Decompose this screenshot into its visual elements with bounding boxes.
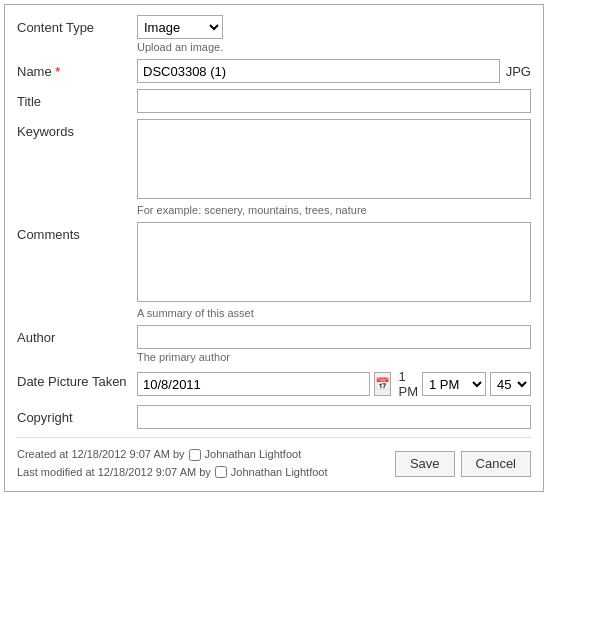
- date-label: Date Picture Taken: [17, 369, 137, 389]
- comments-label: Comments: [17, 222, 137, 242]
- keywords-textarea[interactable]: [137, 119, 531, 199]
- cancel-button[interactable]: Cancel: [461, 451, 531, 477]
- copyright-label: Copyright: [17, 405, 137, 425]
- name-input[interactable]: [137, 59, 500, 83]
- name-field: JPG: [137, 59, 531, 83]
- content-type-label: Content Type: [17, 15, 137, 35]
- title-label: Title: [17, 89, 137, 109]
- created-text: Created at 12/18/2012 9:07 AM by: [17, 446, 185, 464]
- copyright-row: Copyright: [17, 405, 531, 429]
- name-input-row: JPG: [137, 59, 531, 83]
- title-input[interactable]: [137, 89, 531, 113]
- comments-field: A summary of this asset: [137, 222, 531, 319]
- time-label: 1 PM: [399, 369, 419, 399]
- title-row: Title: [17, 89, 531, 113]
- keywords-hint: For example: scenery, mountains, trees, …: [137, 204, 531, 216]
- author-input[interactable]: [137, 325, 531, 349]
- hour-select[interactable]: 12 AM1 AM2 AM3 AM 4 AM5 AM6 AM7 AM 8 AM9…: [422, 372, 486, 396]
- modified-user: Johnathan Lightfoot: [231, 464, 328, 482]
- content-type-row: Content Type Image Video Document Upload…: [17, 15, 531, 53]
- copyright-field: [137, 405, 531, 429]
- calendar-icon: 📅: [375, 377, 390, 391]
- form-container: Content Type Image Video Document Upload…: [4, 4, 544, 492]
- author-field: The primary author: [137, 325, 531, 363]
- date-input-row: 📅 1 PM 12 AM1 AM2 AM3 AM 4 AM5 AM6 AM7 A…: [137, 369, 531, 399]
- name-label: Name *: [17, 59, 137, 79]
- required-indicator: *: [52, 64, 61, 79]
- created-user-checkbox[interactable]: [189, 449, 201, 461]
- author-label: Author: [17, 325, 137, 345]
- footer-meta: Created at 12/18/2012 9:07 AM by Johnath…: [17, 446, 395, 481]
- modified-user-checkbox[interactable]: [215, 466, 227, 478]
- created-line: Created at 12/18/2012 9:07 AM by Johnath…: [17, 446, 395, 464]
- comments-textarea[interactable]: [137, 222, 531, 302]
- content-type-select[interactable]: Image Video Document: [137, 15, 223, 39]
- footer-row: Created at 12/18/2012 9:07 AM by Johnath…: [17, 437, 531, 481]
- keywords-field: For example: scenery, mountains, trees, …: [137, 119, 531, 216]
- save-button[interactable]: Save: [395, 451, 455, 477]
- created-user: Johnathan Lightfoot: [205, 446, 302, 464]
- date-field: 📅 1 PM 12 AM1 AM2 AM3 AM 4 AM5 AM6 AM7 A…: [137, 369, 531, 399]
- date-input[interactable]: [137, 372, 370, 396]
- modified-line: Last modified at 12/18/2012 9:07 AM by J…: [17, 464, 395, 482]
- footer-buttons: Save Cancel: [395, 451, 531, 477]
- title-field: [137, 89, 531, 113]
- keywords-row: Keywords For example: scenery, mountains…: [17, 119, 531, 216]
- author-hint: The primary author: [137, 351, 531, 363]
- modified-text: Last modified at 12/18/2012 9:07 AM by: [17, 464, 211, 482]
- comments-row: Comments A summary of this asset: [17, 222, 531, 319]
- calendar-button[interactable]: 📅: [374, 372, 391, 396]
- minute-select[interactable]: 00051015 20253035 40455055: [490, 372, 531, 396]
- keywords-label: Keywords: [17, 119, 137, 139]
- date-row: Date Picture Taken 📅 1 PM 12 AM1 AM2 AM3…: [17, 369, 531, 399]
- comments-hint: A summary of this asset: [137, 307, 531, 319]
- author-row: Author The primary author: [17, 325, 531, 363]
- name-extension: JPG: [506, 64, 531, 79]
- name-row: Name * JPG: [17, 59, 531, 83]
- content-type-hint: Upload an image.: [137, 41, 531, 53]
- content-type-field: Image Video Document Upload an image.: [137, 15, 531, 53]
- copyright-input[interactable]: [137, 405, 531, 429]
